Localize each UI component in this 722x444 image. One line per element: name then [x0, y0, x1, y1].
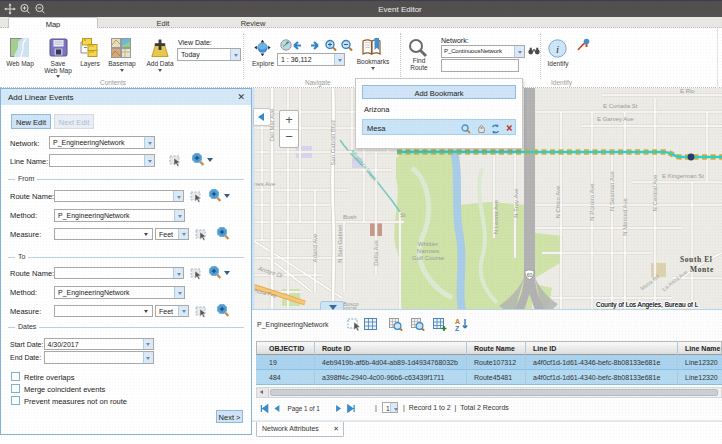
- svg-text:A: A: [455, 318, 460, 325]
- svg-text:Z: Z: [455, 325, 460, 332]
- svg-text:E Rio: E Rio: [680, 88, 695, 94]
- svg-text:Bush: Bush: [343, 214, 357, 220]
- svg-text:County of Los Angeles, Bureau: County of Los Angeles, Bureau of L: [596, 301, 699, 309]
- svg-text:N Troy Ave: N Troy Ave: [513, 188, 519, 218]
- svg-text:Golf Course: Golf Course: [412, 255, 445, 261]
- svg-text:E Kingerman St: E Kingerman St: [662, 173, 704, 179]
- svg-text:nes Ave: nes Ave: [254, 181, 276, 187]
- svg-text:Monte: Monte: [690, 265, 714, 274]
- svg-text:N Chico Ave: N Chico Ave: [555, 185, 561, 219]
- svg-text:N San Gabriel: N San Gabriel: [337, 225, 343, 263]
- svg-text:Arland Ave: Arland Ave: [312, 233, 318, 263]
- svg-text:South El: South El: [680, 255, 713, 264]
- svg-text:Whittier: Whittier: [418, 241, 438, 247]
- svg-text:i: i: [556, 43, 559, 55]
- svg-text:Narrows: Narrows: [417, 248, 439, 254]
- svg-text:N Central Ave: N Central Ave: [652, 174, 658, 212]
- svg-text:N Merced Ave: N Merced Ave: [622, 198, 628, 236]
- svg-text:E Cortada St: E Cortada St: [603, 103, 638, 109]
- svg-text:E Garvey Ave: E Garvey Ave: [597, 116, 634, 122]
- svg-text:N Seaman Ave: N Seaman Ave: [609, 170, 615, 211]
- svg-text:Page 1 of 1: Page 1 of 1: [288, 405, 321, 413]
- svg-text:St: St: [400, 212, 406, 218]
- svg-text:Delta Ave: Delta Ave: [373, 240, 379, 266]
- svg-text:60: 60: [527, 272, 533, 278]
- svg-text:N Potrero Ave: N Potrero Ave: [589, 183, 595, 221]
- svg-text:San Gabriel Blvd: San Gabriel Blvd: [330, 120, 336, 165]
- svg-text:N Leona Ave: N Leona Ave: [493, 199, 499, 234]
